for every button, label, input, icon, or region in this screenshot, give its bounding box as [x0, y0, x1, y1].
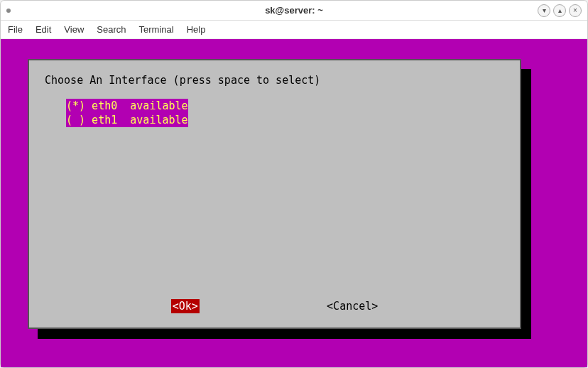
- close-button[interactable]: ×: [569, 4, 582, 17]
- window-controls: ▾ ▴ ×: [538, 4, 582, 17]
- ok-button[interactable]: <Ok>: [171, 299, 200, 313]
- terminal-body[interactable]: Choose An Interface (press space to sele…: [1, 39, 587, 367]
- interface-dialog: Choose An Interface (press space to sele…: [28, 59, 521, 329]
- dialog-buttons: <Ok> <Cancel>: [29, 299, 520, 313]
- minimize-button[interactable]: ▾: [538, 4, 550, 17]
- maximize-icon: ▴: [558, 6, 562, 14]
- menu-file[interactable]: File: [8, 24, 23, 35]
- menu-edit[interactable]: Edit: [36, 24, 51, 35]
- menu-view[interactable]: View: [64, 24, 84, 35]
- option-list: (*) eth0 available ( ) eth1 available: [66, 99, 504, 127]
- dialog-prompt: Choose An Interface (press space to sele…: [45, 73, 504, 87]
- menu-help[interactable]: Help: [187, 24, 206, 35]
- option-eth0: (*) eth0 available: [66, 99, 188, 113]
- maximize-button[interactable]: ▴: [553, 4, 566, 17]
- titlebar-dot: [6, 9, 11, 13]
- option-row[interactable]: (*) eth0 available: [66, 99, 504, 113]
- window-title: sk@server: ~: [1, 5, 587, 16]
- cancel-button[interactable]: <Cancel>: [327, 299, 378, 313]
- option-eth1: ( ) eth1 available: [66, 113, 188, 127]
- menubar: File Edit View Search Terminal Help: [1, 21, 587, 39]
- titlebar: sk@server: ~ ▾ ▴ ×: [1, 1, 587, 21]
- menu-search[interactable]: Search: [97, 24, 126, 35]
- terminal-window: sk@server: ~ ▾ ▴ × File Edit View Search…: [0, 0, 588, 368]
- menu-terminal[interactable]: Terminal: [139, 24, 174, 35]
- option-row[interactable]: ( ) eth1 available: [66, 113, 504, 127]
- dialog-wrapper: Choose An Interface (press space to sele…: [28, 59, 521, 329]
- minimize-icon: ▾: [543, 6, 546, 14]
- close-icon: ×: [573, 6, 577, 14]
